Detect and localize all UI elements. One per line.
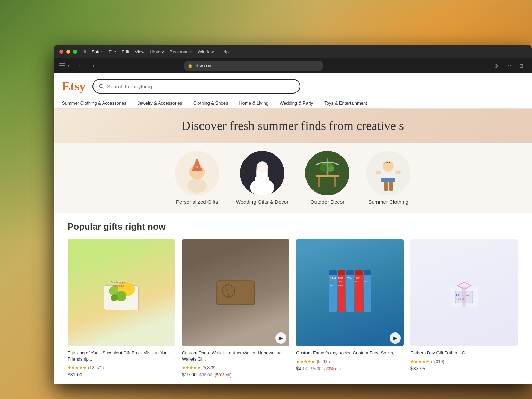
etsy-top-bar: Etsy bbox=[62, 79, 523, 94]
hero-title: Discover fresh summer finds from creativ… bbox=[68, 118, 518, 133]
product-reviews-p2: (5,878) bbox=[202, 365, 215, 370]
shield-button[interactable]: ⊕ bbox=[491, 61, 501, 71]
svg-rect-18 bbox=[334, 177, 336, 187]
product-card-p4[interactable]: I Love You - Ayla Fathers Day Gift Fathe… bbox=[410, 239, 518, 378]
url-text: etsy.com bbox=[195, 63, 212, 68]
svg-point-35 bbox=[116, 291, 126, 301]
help-menu[interactable]: Help bbox=[219, 49, 229, 54]
svg-text:BEST: BEST bbox=[338, 277, 343, 279]
product-image-p3: #1 DAD I ❤ DAD BEST DAD EVER bbox=[296, 239, 404, 346]
product-rating-p4: ★★★★★ (5,019) bbox=[410, 358, 518, 364]
nav-home-living[interactable]: Home & Living bbox=[239, 98, 268, 108]
product-rating-p1: ★★★★★ (12,571) bbox=[68, 364, 175, 371]
wedding-image-svg bbox=[240, 151, 284, 195]
product-reviews-p3: (5,200) bbox=[317, 359, 330, 364]
laptop-frame:  Safari File Edit View History Bookmark… bbox=[54, 45, 532, 384]
svg-text:EVER: EVER bbox=[338, 284, 343, 286]
category-summer[interactable]: Summer Clothing bbox=[366, 151, 410, 205]
nav-wedding-party[interactable]: Wedding & Party bbox=[280, 98, 313, 108]
svg-text:DAD: DAD bbox=[338, 281, 342, 283]
bookmarks-menu[interactable]: Bookmarks bbox=[170, 49, 192, 54]
product-reviews-p1: (12,571) bbox=[88, 365, 104, 370]
product-price-p4: $33.95 bbox=[410, 366, 518, 371]
nav-clothing-shoes[interactable]: Clothing & Shoes bbox=[193, 98, 228, 108]
product-image-inner-p1: Sending you Sunshine bbox=[68, 239, 175, 346]
svg-rect-39 bbox=[216, 281, 255, 305]
product-card-p3[interactable]: #1 DAD I ❤ DAD BEST DAD EVER bbox=[296, 239, 404, 378]
product-price-p3: $4.00 $5.00 (20% off) bbox=[296, 366, 404, 371]
nav-summer-clothing[interactable]: Summer Clothing & Accessories bbox=[62, 98, 126, 108]
original-price-p2: $38.00 bbox=[200, 373, 212, 378]
apple-menu[interactable]:  bbox=[84, 49, 86, 54]
etsy-logo[interactable]: Etsy bbox=[62, 79, 86, 94]
view-menu[interactable]: View bbox=[135, 49, 144, 54]
etsy-nav: Summer Clothing & Accessories Jewelry & … bbox=[62, 98, 523, 108]
svg-rect-23 bbox=[327, 158, 328, 175]
category-personalized[interactable]: NORI Personalized Gifts bbox=[175, 151, 219, 205]
svg-text:I ❤: I ❤ bbox=[364, 277, 367, 279]
browser-content: Etsy Summer Clothing & Accessories Jewel… bbox=[54, 73, 532, 384]
address-bar[interactable]: 🔒 etsy.com bbox=[184, 61, 323, 71]
svg-point-22 bbox=[327, 166, 334, 172]
maximize-button[interactable] bbox=[73, 50, 77, 54]
svg-rect-57 bbox=[346, 270, 354, 275]
svg-point-36 bbox=[111, 294, 118, 301]
category-wedding[interactable]: Wedding Gifts & Decor bbox=[236, 151, 289, 205]
close-button[interactable] bbox=[59, 50, 63, 54]
product-card-p1[interactable]: Sending you Sunshine Thinking of You - S… bbox=[68, 239, 175, 378]
category-personalized-label: Personalized Gifts bbox=[176, 199, 218, 205]
svg-text:BEST: BEST bbox=[356, 277, 360, 279]
safari-menu[interactable]: Safari bbox=[91, 49, 103, 54]
category-outdoor[interactable]: Outdoor Decor bbox=[305, 151, 349, 205]
svg-rect-1 bbox=[59, 65, 65, 66]
nav-jewelry[interactable]: Jewelry & Accessories bbox=[138, 98, 182, 108]
category-wedding-label: Wedding Gifts & Decor bbox=[236, 199, 289, 205]
tabs-button[interactable]: ⋯ bbox=[504, 61, 514, 71]
etsy-search-bar[interactable] bbox=[92, 79, 300, 94]
category-personalized-image: NORI bbox=[175, 151, 219, 195]
product-card-p2[interactable]: ▶ Custom Photo Wallet ,Leather Wallet, H… bbox=[182, 239, 289, 378]
svg-rect-12 bbox=[255, 177, 269, 189]
svg-rect-29 bbox=[395, 171, 401, 174]
minimize-button[interactable] bbox=[66, 50, 70, 54]
history-menu[interactable]: History bbox=[150, 49, 164, 54]
svg-text:Sunshine: Sunshine bbox=[113, 284, 124, 287]
reader-button[interactable]: ⊡ bbox=[516, 61, 526, 71]
wallet-svg bbox=[213, 275, 258, 310]
mac-menu:  Safari File Edit View History Bookmark… bbox=[84, 49, 229, 54]
product-rating-p3: ★★★★★ (5,200) bbox=[296, 358, 404, 364]
outdoor-image-svg bbox=[305, 151, 349, 195]
play-button-p3[interactable]: ▶ bbox=[390, 332, 401, 344]
products-grid: Sending you Sunshine Thinking of You - S… bbox=[68, 239, 518, 378]
play-button-p2[interactable]: ▶ bbox=[275, 332, 286, 344]
category-outdoor-label: Outdoor Decor bbox=[310, 199, 344, 205]
socks-svg: #1 DAD I ❤ DAD BEST DAD EVER bbox=[327, 267, 372, 319]
product-title-p1: Thinking of You - Succulent Gift Box - M… bbox=[68, 350, 175, 362]
sidebar-toggle[interactable] bbox=[59, 63, 70, 68]
forward-button[interactable]: › bbox=[88, 61, 98, 71]
product-image-inner-p3: #1 DAD I ❤ DAD BEST DAD EVER bbox=[296, 239, 404, 346]
svg-rect-64 bbox=[364, 270, 371, 275]
svg-rect-47 bbox=[329, 270, 337, 275]
svg-rect-63 bbox=[364, 270, 371, 312]
category-wedding-image bbox=[240, 151, 284, 195]
category-summer-label: Summer Clothing bbox=[368, 199, 408, 205]
file-menu[interactable]: File bbox=[109, 49, 116, 54]
svg-rect-59 bbox=[355, 270, 363, 312]
window-menu[interactable]: Window bbox=[198, 49, 214, 54]
personalized-image-svg: NORI bbox=[175, 151, 219, 195]
discount-p3: (20% off) bbox=[324, 366, 341, 371]
fathers-gift-svg: I Love You - Ayla bbox=[443, 272, 485, 313]
svg-point-6 bbox=[187, 179, 207, 193]
nav-toys[interactable]: Toys & Entertainment bbox=[324, 98, 367, 108]
product-stars-p2: ★★★★★ bbox=[182, 365, 201, 370]
product-stars-p1: ★★★★★ bbox=[68, 365, 87, 370]
lock-icon: 🔒 bbox=[188, 63, 193, 68]
search-input[interactable] bbox=[107, 83, 294, 89]
edit-menu[interactable]: Edit bbox=[122, 49, 129, 54]
product-price-p2: $19.00 $38.00 (50% off) bbox=[182, 372, 289, 378]
category-outdoor-image bbox=[305, 151, 349, 195]
etsy-header: Etsy Summer Clothing & Accessories Jewel… bbox=[54, 73, 532, 109]
svg-rect-60 bbox=[355, 270, 363, 275]
back-button[interactable]: ‹ bbox=[74, 61, 84, 71]
